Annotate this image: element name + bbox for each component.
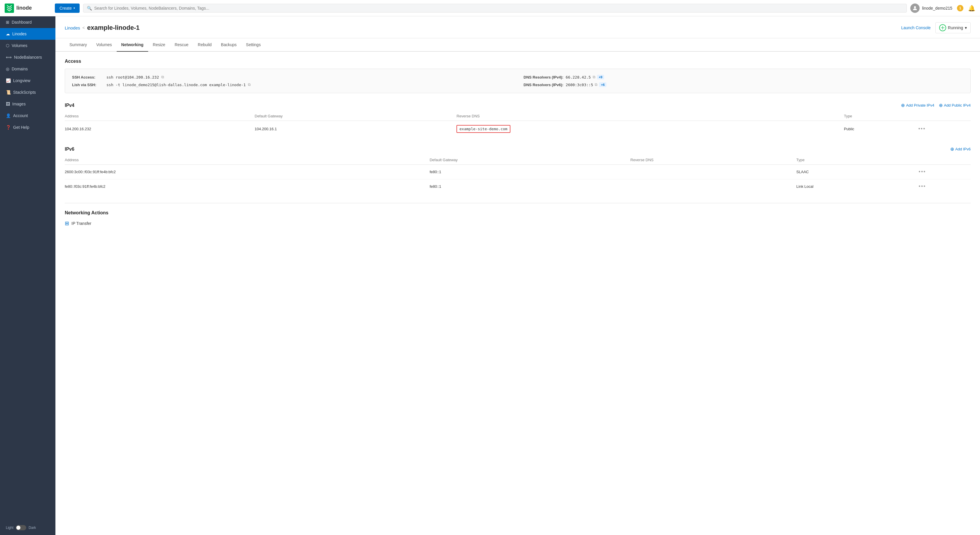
sidebar-item-longview[interactable]: 📈 Longview xyxy=(0,75,56,86)
ipv6-col-actions xyxy=(919,155,970,165)
tab-backups[interactable]: Backups xyxy=(216,38,242,52)
theme-toggle-area: Light Dark xyxy=(0,521,56,535)
ipv4-col-gateway: Default Gateway xyxy=(255,112,457,121)
breadcrumb-separator: < xyxy=(83,26,85,30)
tab-settings[interactable]: Settings xyxy=(241,38,266,52)
ipv4-col-address: Address xyxy=(65,112,255,121)
ipv6-col-rdns: Reverse DNS xyxy=(630,155,796,165)
breadcrumb: Linodes < example-linode-1 xyxy=(65,24,139,32)
chevron-down-icon: ▾ xyxy=(73,6,75,10)
sidebar-item-domains[interactable]: ◎ Domains xyxy=(0,63,56,75)
stackscripts-icon: 📜 xyxy=(6,90,11,94)
divider xyxy=(65,203,970,203)
lish-access-row: Lish via SSH: ssh -t linode_demo215@lish… xyxy=(72,82,512,87)
ipv6-actions: ⊕ Add IPv6 xyxy=(950,146,970,152)
ipv6-more-cell-1: ••• xyxy=(919,165,970,179)
ip-transfer-icon[interactable]: ⊞ xyxy=(65,220,69,227)
svg-rect-0 xyxy=(5,3,14,13)
ipv4-table: Address Default Gateway Reverse DNS Type… xyxy=(65,112,970,137)
sidebar-item-stackscripts[interactable]: 📜 StackScripts xyxy=(0,86,56,98)
dns-ipv6-row: DNS Resolvers (IPv6): 2600:3c03::5 ⧉ +6 xyxy=(523,82,963,87)
ipv6-section: IPv6 ⊕ Add IPv6 Address Default Gateway xyxy=(65,146,970,193)
ipv4-col-actions xyxy=(918,112,970,121)
dns-ipv6-value-area: 2600:3c03::5 ⧉ +6 xyxy=(566,82,606,87)
ipv4-more-cell: ••• xyxy=(918,121,970,137)
ssh-copy-icon[interactable]: ⧉ xyxy=(161,75,164,80)
tab-networking[interactable]: Networking xyxy=(117,38,148,52)
dns-ipv4-row: DNS Resolvers (IPv4): 66.228.42.5 ⧉ +9 xyxy=(523,75,963,80)
lish-value: ssh -t linode_demo215@lish-dallas.linode… xyxy=(107,83,246,87)
tab-volumes[interactable]: Volumes xyxy=(92,38,117,52)
dns-ipv4-more-badge[interactable]: +9 xyxy=(597,75,605,80)
tab-rescue[interactable]: Rescue xyxy=(170,38,193,52)
access-title: Access xyxy=(65,59,970,64)
sidebar-item-images[interactable]: 🖼 Images xyxy=(0,98,56,110)
sidebar-item-get-help[interactable]: ❓ Get Help xyxy=(0,121,56,133)
ssh-access-row: SSH Access: ssh root@104.200.16.232 ⧉ xyxy=(72,75,512,80)
linode-logo-icon xyxy=(5,3,14,13)
ipv6-title: IPv6 xyxy=(65,147,75,152)
sidebar-item-volumes[interactable]: ⬡ Volumes xyxy=(0,40,56,51)
ipv4-title: IPv4 xyxy=(65,103,75,108)
networking-actions-section: Networking Actions ⊞ IP Transfer xyxy=(65,203,970,227)
user-menu[interactable]: linode_demo215 xyxy=(910,3,952,13)
dashboard-icon: ⊞ xyxy=(6,20,10,24)
search-icon: 🔍 xyxy=(87,6,92,11)
ipv4-rdns-cell: example-site-demo.com xyxy=(457,121,844,137)
theme-toggle[interactable] xyxy=(16,525,26,530)
ssh-value: ssh root@104.200.16.232 xyxy=(107,75,159,80)
ipv6-rdns-cell-1 xyxy=(630,165,796,179)
create-button[interactable]: Create ▾ xyxy=(55,3,80,13)
sidebar-item-dashboard[interactable]: ⊞ Dashboard xyxy=(0,16,56,28)
user-name: linode_demo215 xyxy=(922,6,952,11)
ipv6-rdns-cell-2 xyxy=(630,179,796,194)
add-public-ipv4-button[interactable]: ⊕ Add Public IPv4 xyxy=(939,102,970,108)
tab-summary[interactable]: Summary xyxy=(65,38,92,52)
tab-resize[interactable]: Resize xyxy=(148,38,170,52)
sidebar-item-linodes[interactable]: ☁ Linodes xyxy=(0,28,56,40)
access-section: Access SSH Access: ssh root@104.200.16.2… xyxy=(65,59,970,93)
notification-badge[interactable]: 1 xyxy=(957,5,963,11)
ipv6-more-button-2[interactable]: ••• xyxy=(919,184,926,189)
ipv4-more-button[interactable]: ••• xyxy=(918,126,926,132)
tab-rebuild[interactable]: Rebuild xyxy=(193,38,216,52)
search-input[interactable] xyxy=(94,6,903,11)
dns-ipv6-more-badge[interactable]: +6 xyxy=(599,82,606,87)
page-title: example-linode-1 xyxy=(87,24,140,32)
sidebar-item-account[interactable]: 👤 Account xyxy=(0,110,56,121)
access-cols: SSH Access: ssh root@104.200.16.232 ⧉ Li… xyxy=(72,75,963,87)
ipv4-rdns-value-area: example-site-demo.com xyxy=(457,125,844,133)
dns-ipv4-label: DNS Resolvers (IPv4): xyxy=(523,75,563,80)
ipv6-section-header: IPv6 ⊕ Add IPv6 xyxy=(65,146,970,152)
lish-copy-icon[interactable]: ⧉ xyxy=(248,82,251,87)
status-badge[interactable]: Running ▾ xyxy=(935,22,970,33)
sidebar-item-nodebalancers[interactable]: ⟺ NodeBalancers xyxy=(0,51,56,63)
breadcrumb-linodes[interactable]: Linodes xyxy=(65,26,80,30)
plus-icon-2: ⊕ xyxy=(939,102,943,108)
ipv6-address-cell-2: fe80::f03c:91ff:fe4b:bfc2 xyxy=(65,179,430,194)
status-chevron-icon: ▾ xyxy=(965,26,967,30)
volumes-icon: ⬡ xyxy=(6,43,10,48)
topbar: linode Create ▾ 🔍 linode_demo215 1 🔔 xyxy=(0,0,980,16)
dns-ipv4-copy-icon[interactable]: ⧉ xyxy=(593,75,595,80)
main-content: Linodes < example-linode-1 Launch Consol… xyxy=(56,16,980,535)
plus-icon: ⊕ xyxy=(901,102,905,108)
add-private-ipv4-button[interactable]: ⊕ Add Private IPv4 xyxy=(901,102,934,108)
dns-ipv6-copy-icon[interactable]: ⧉ xyxy=(595,82,597,87)
sidebar: ⊞ Dashboard ☁ Linodes ⬡ Volumes ⟺ NodeBa… xyxy=(0,16,56,535)
ipv6-col-gateway: Default Gateway xyxy=(430,155,630,165)
ip-transfer-label: IP Transfer xyxy=(72,221,91,226)
search-bar[interactable]: 🔍 xyxy=(83,4,907,13)
ipv4-table-header: Address Default Gateway Reverse DNS Type xyxy=(65,112,970,121)
ipv4-col-rdns: Reverse DNS xyxy=(457,112,844,121)
ipv6-col-type: Type xyxy=(796,155,918,165)
add-ipv6-button[interactable]: ⊕ Add IPv6 xyxy=(950,146,970,152)
ipv6-type-cell-1: SLAAC xyxy=(796,165,918,179)
account-icon: 👤 xyxy=(6,113,11,118)
launch-console-button[interactable]: Launch Console xyxy=(901,26,931,30)
ipv6-more-button-1[interactable]: ••• xyxy=(919,169,926,175)
nodebalancers-icon: ⟺ xyxy=(6,55,12,59)
ipv6-more-cell-2: ••• xyxy=(919,179,970,194)
dns-ipv6-label: DNS Resolvers (IPv6): xyxy=(523,83,563,87)
bell-icon[interactable]: 🔔 xyxy=(968,5,975,12)
